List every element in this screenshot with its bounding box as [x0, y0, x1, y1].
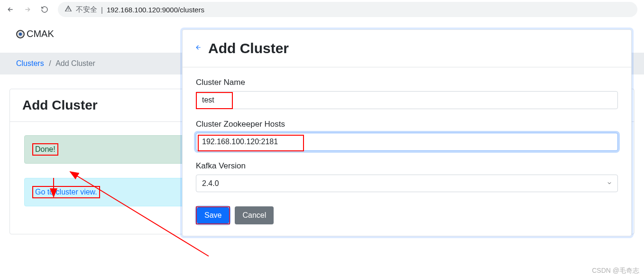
url-bar[interactable]: 不安全 | 192.168.100.120:9000/clusters — [58, 2, 637, 17]
modal-title: Add Cluster — [208, 40, 289, 56]
kafka-version-label: Kafka Version — [196, 161, 618, 171]
zookeeper-hosts-input[interactable] — [196, 133, 618, 151]
reload-icon[interactable] — [41, 6, 48, 13]
goto-cluster-link[interactable]: Go to cluster view. — [35, 188, 97, 196]
forward-icon[interactable] — [24, 6, 31, 13]
watermark: CSDN @毛奇志 — [592, 267, 639, 275]
zookeeper-hosts-label: Cluster Zookeeper Hosts — [196, 120, 618, 129]
breadcrumb-clusters[interactable]: Clusters — [16, 59, 44, 67]
add-cluster-modal: Add Cluster Cluster Name Cluster Zookeep… — [182, 29, 632, 236]
url-text: 192.168.100.120:9000/clusters — [107, 6, 204, 14]
browser-toolbar: 不安全 | 192.168.100.120:9000/clusters — [0, 0, 644, 19]
breadcrumb-current: Add Cluster — [55, 59, 95, 67]
cluster-name-input[interactable] — [196, 91, 618, 109]
warning-icon — [64, 5, 72, 14]
back-icon[interactable] — [7, 6, 14, 13]
save-button[interactable]: Save — [197, 207, 229, 223]
back-arrow-icon[interactable] — [195, 44, 202, 53]
kafka-version-select[interactable]: 2.4.0 — [196, 175, 618, 192]
logo-text: CMAK — [27, 28, 54, 39]
logo-icon — [16, 30, 25, 38]
done-text: Done! — [32, 143, 58, 156]
breadcrumb-separator: / — [46, 59, 54, 67]
cancel-button[interactable]: Cancel — [235, 206, 274, 224]
insecure-label: 不安全 — [76, 5, 97, 14]
cluster-name-label: Cluster Name — [196, 78, 618, 87]
